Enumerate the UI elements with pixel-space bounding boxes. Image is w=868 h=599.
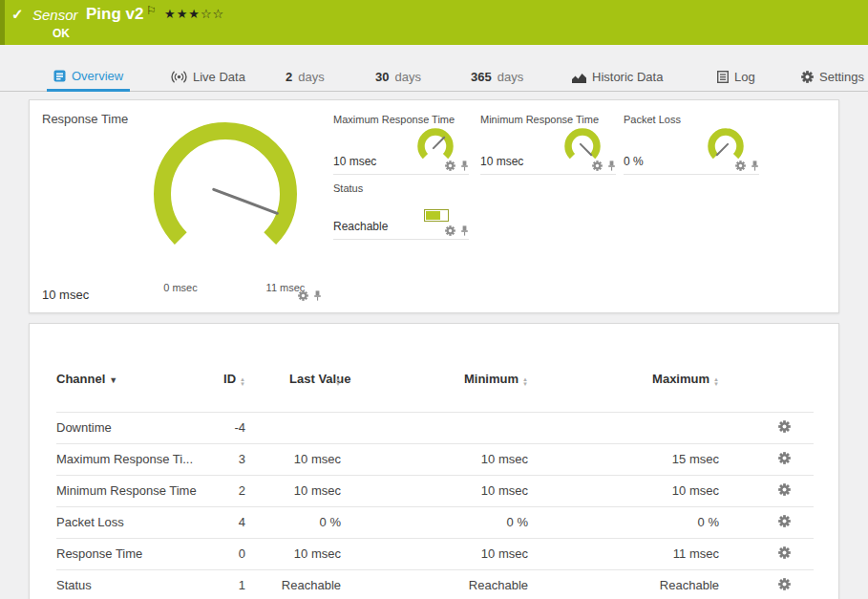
channel-settings-gear-icon[interactable]: [778, 546, 791, 562]
channel-maximum: 10 msec: [534, 475, 725, 506]
packet-loss-value: 0 %: [624, 155, 644, 168]
stars-filled: ★★★: [164, 7, 201, 21]
table-header-row: Channel▼ ID▲▼ Last Value▲▼ Minimum▲▼ Max…: [56, 324, 814, 412]
channel-settings-gear-icon[interactable]: [778, 420, 791, 436]
channel-settings-gear-icon[interactable]: [778, 578, 791, 593]
sort-arrows-icon: ▲▼: [335, 377, 341, 387]
tab-settings[interactable]: Settings: [794, 62, 868, 92]
channel-last-value: 10 msec: [251, 475, 347, 506]
settings-gear-icon: [801, 71, 814, 83]
gauge-settings-gear-icon[interactable]: [445, 160, 455, 171]
table-row-status[interactable]: Status 1 Reachable Reachable Reachable: [56, 569, 814, 599]
channel-last-value: 0 %: [251, 506, 347, 538]
channel-name: Maximum Response Ti...: [56, 443, 209, 475]
packet-loss-gauge-actions: [735, 160, 759, 171]
sort-arrows-icon: ▲▼: [240, 377, 245, 387]
historic-data-icon: [572, 72, 586, 83]
column-header-minimum[interactable]: Minimum▲▼: [347, 324, 534, 412]
gauge-pin-icon[interactable]: [460, 225, 469, 236]
channel-last-value: 10 msec: [251, 538, 347, 569]
channel-maximum: Reachable: [534, 569, 725, 599]
tab-365-days-unit: days: [498, 70, 523, 84]
min-response-time-gauge: [561, 125, 604, 163]
gauge-settings-gear-icon[interactable]: [735, 160, 746, 171]
channel-id: 3: [209, 443, 251, 475]
max-response-time-gauge: [413, 125, 457, 163]
column-header-last-value[interactable]: Last Value▲▼: [251, 324, 347, 412]
max-response-gauge-actions: [445, 160, 469, 171]
tab-live-data-label: Live Data: [193, 70, 245, 84]
tab-historic-data[interactable]: Historic Data: [565, 62, 669, 92]
max-response-time-value: 10 msec: [333, 155, 376, 168]
channel-id: 0: [209, 538, 251, 569]
column-header-channel-label: Channel: [56, 372, 105, 386]
sensor-header: ✓ Sensor Ping v2 ⚐ ★★★☆☆ OK: [0, 0, 868, 45]
channel-id: 2: [209, 475, 251, 506]
sensor-kind-label: Sensor: [32, 7, 78, 23]
channel-maximum: 15 msec: [534, 443, 725, 475]
priority-flag-icon[interactable]: ⚐: [146, 4, 157, 17]
tab-2-days[interactable]: 2 days: [279, 62, 331, 92]
column-header-id[interactable]: ID▲▼: [209, 324, 251, 412]
channel-minimum: 0 %: [347, 506, 534, 538]
channel-maximum: 11 msec: [534, 538, 725, 569]
gauge-scale-min: 0 msec: [152, 282, 209, 293]
log-icon: [717, 71, 729, 83]
gauge-pin-icon[interactable]: [460, 160, 469, 171]
stars-empty: ☆☆: [201, 7, 224, 21]
channel-maximum: 0 %: [534, 506, 725, 538]
column-header-maximum[interactable]: Maximum▲▼: [534, 324, 725, 412]
tab-log[interactable]: Log: [710, 62, 762, 92]
sort-arrows-icon: ▲▼: [713, 377, 719, 387]
gauge-pin-icon[interactable]: [751, 160, 759, 171]
channel-name: Response Time: [56, 538, 209, 569]
channel-last-value: [251, 412, 347, 443]
gauge-settings-gear-icon[interactable]: [298, 290, 308, 301]
min-response-gauge-actions: [592, 160, 616, 171]
status-gauge-actions: [445, 225, 469, 236]
tab-overview[interactable]: Overview: [47, 62, 130, 92]
priority-stars[interactable]: ★★★☆☆: [164, 7, 224, 21]
response-time-gauge-actions: [298, 290, 322, 301]
sensor-status-text: OK: [53, 27, 70, 40]
table-row-max-response[interactable]: Maximum Response Ti... 3 10 msec 10 msec…: [56, 443, 814, 475]
tab-30-days[interactable]: 30 days: [369, 62, 428, 92]
tab-overview-label: Overview: [72, 69, 123, 83]
column-header-channel[interactable]: Channel▼: [56, 324, 209, 412]
channel-last-value: 10 msec: [251, 443, 347, 475]
channel-id: 4: [209, 506, 251, 538]
tab-live-data[interactable]: Live Data: [164, 62, 252, 92]
channel-id: 1: [209, 569, 251, 599]
live-data-icon: [171, 71, 187, 83]
prtg-sensor-page: ✓ Sensor Ping v2 ⚐ ★★★☆☆ OK Overview Liv…: [0, 0, 868, 599]
status-title: Status: [333, 182, 363, 194]
channels-table: Channel▼ ID▲▼ Last Value▲▼ Minimum▲▼ Max…: [56, 324, 814, 599]
min-response-time-block: Minimum Response Time 10 msec: [480, 114, 616, 175]
gauge-settings-gear-icon[interactable]: [592, 160, 603, 171]
channel-settings-gear-icon[interactable]: [778, 452, 791, 467]
gauge-pin-icon[interactable]: [313, 290, 322, 301]
channel-settings-gear-icon[interactable]: [778, 483, 791, 499]
column-header-last-value-label: Last Value: [289, 372, 331, 386]
channel-name: Downtime: [56, 412, 209, 443]
tab-historic-data-label: Historic Data: [592, 70, 663, 84]
channel-last-value: Reachable: [251, 569, 347, 599]
channel-settings-gear-icon[interactable]: [778, 515, 791, 530]
gauge-pin-icon[interactable]: [607, 160, 616, 171]
header-edge: [0, 0, 5, 45]
tab-365-days[interactable]: 365 days: [464, 62, 530, 92]
max-response-time-block: Maximum Response Time 10 msec: [333, 114, 469, 175]
table-row-packet-loss[interactable]: Packet Loss 4 0 % 0 % 0 %: [56, 506, 814, 538]
gauge-settings-gear-icon[interactable]: [445, 225, 455, 236]
channel-name: Packet Loss: [56, 506, 209, 538]
tab-2-days-number: 2: [286, 70, 292, 84]
table-row-downtime[interactable]: Downtime -4: [56, 412, 814, 443]
channel-minimum: 10 msec: [347, 443, 534, 475]
table-row-min-response[interactable]: Minimum Response Time 2 10 msec 10 msec …: [56, 475, 814, 506]
status-indicator-fill: [426, 211, 440, 220]
channels-table-panel: Channel▼ ID▲▼ Last Value▲▼ Minimum▲▼ Max…: [29, 323, 839, 599]
ok-check-icon: ✓: [11, 6, 24, 23]
column-header-actions: [725, 324, 814, 412]
tab-settings-label: Settings: [819, 70, 864, 84]
table-row-response-time[interactable]: Response Time 0 10 msec 10 msec 11 msec: [56, 538, 814, 569]
